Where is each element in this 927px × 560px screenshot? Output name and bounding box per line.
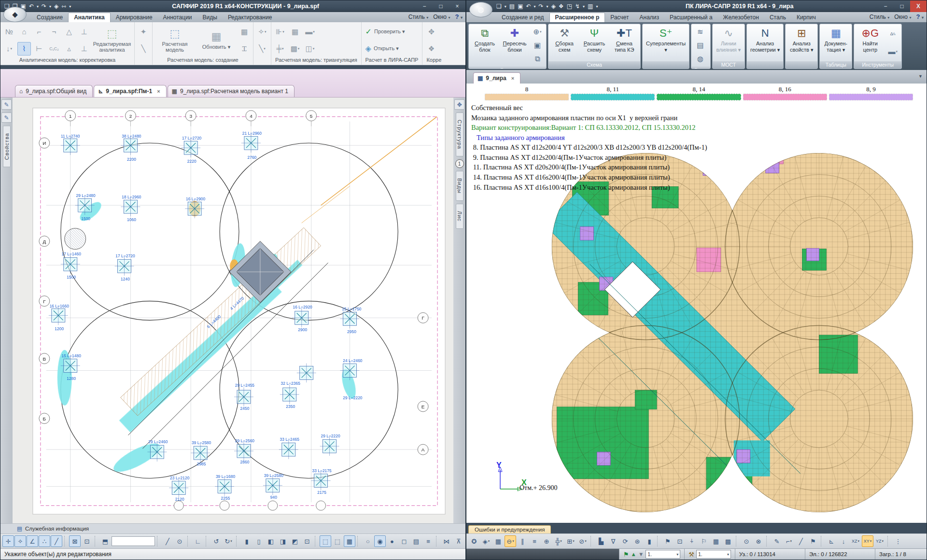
stiffness-icon[interactable]: C₁C₂ [47, 42, 61, 56]
results-icon[interactable]: ▥ [588, 3, 593, 10]
axis-down-icon[interactable]: ↓ [838, 535, 849, 547]
sling-icon[interactable]: △ [62, 25, 76, 39]
plane-yz-dd-icon[interactable]: YZ▾ [874, 535, 885, 547]
tab-Создание[interactable]: Создание [31, 13, 68, 22]
plane-xz-dd-icon[interactable]: XZ▾ [850, 535, 861, 547]
layer-a-icon[interactable]: ⬚ [320, 535, 331, 547]
ortho-icon[interactable]: ∟ [192, 535, 204, 547]
sapfir-app-logo-icon[interactable]: ◆ [3, 7, 27, 22]
find-center-button[interactable]: ⊕GНайтицентр [856, 25, 884, 60]
close-button[interactable]: × [449, 0, 465, 12]
bulb-on-icon[interactable]: ◉ [374, 535, 386, 547]
lira-app-logo-icon[interactable]: ◍ [469, 2, 492, 17]
draw-circle-icon[interactable]: ⊙ [174, 535, 185, 547]
rotate-view-icon[interactable]: ✥ [454, 99, 464, 110]
erase-dd-icon[interactable]: ⊘▾ [577, 535, 589, 547]
errors-warnings-tab[interactable]: Ошибки и предупреждения [468, 525, 551, 533]
segment-dd-icon[interactable]: ╲▾ [255, 42, 269, 56]
coord-input-field[interactable] [112, 536, 155, 546]
undo-dd-icon[interactable]: ▾ [534, 4, 536, 9]
bulb-off-icon[interactable]: ○ [362, 535, 374, 547]
panel-tab-properties[interactable]: Свойства [3, 126, 11, 167]
bulb-yellow-icon[interactable]: ● [386, 535, 398, 547]
unstitch-scheme-button[interactable]: ΨРасшитьсхему [580, 25, 608, 60]
tab-Создание и ред[interactable]: Создание и ред [496, 13, 549, 22]
flag-frame-icon[interactable]: ⊡ [674, 535, 686, 547]
update-button[interactable]: ▦Обновить ▾ [196, 23, 237, 57]
restore-icon[interactable]: ⊕ [541, 535, 552, 547]
building-icon[interactable]: ⌂ [17, 25, 31, 39]
close-button[interactable]: X [910, 0, 927, 12]
hide-dd-icon[interactable]: ⊖▾ [505, 535, 516, 547]
palette-dd-icon[interactable]: ▬▾ [886, 45, 899, 58]
formwork-plan-drawing[interactable]: 11 L=274038 L=248017 L=272021 L=29602200… [13, 98, 453, 523]
tab-Анализ[interactable]: Анализ [634, 13, 665, 22]
list-icon[interactable]: ≡ [422, 535, 434, 547]
step-up-button[interactable]: ▲ [631, 551, 636, 557]
documentation-button[interactable]: ▦Докумен-тация ▾ [822, 25, 850, 60]
mark-solid-icon[interactable]: ▩ [722, 535, 734, 547]
maximize-button[interactable]: □ [433, 0, 449, 12]
edit-props-icon[interactable]: ✎ [1, 99, 12, 110]
zoom-in-icon[interactable]: ⊙ [741, 535, 752, 547]
diagram-icon[interactable]: ▙ [595, 535, 607, 547]
move-point-icon[interactable]: ❖ [424, 42, 438, 56]
books-icon[interactable]: ❖ [559, 3, 564, 10]
node-icon[interactable]: ✦ [137, 25, 150, 39]
object-light-icon[interactable]: ◻ [398, 535, 410, 547]
tab-Аннотации[interactable]: Аннотации [158, 13, 197, 22]
tab-Кирпич[interactable]: Кирпич [791, 13, 821, 22]
new-file-icon[interactable]: ❏ [496, 3, 502, 10]
save-icon[interactable]: ▣ [518, 3, 523, 10]
qat-more-icon[interactable]: ▾ [69, 4, 71, 9]
more-icon[interactable]: ⋮ [892, 535, 904, 547]
pick-node-icon[interactable]: ✎ [771, 535, 783, 547]
support-blue-icon[interactable]: ⊥ [77, 42, 91, 56]
edit-props2-icon[interactable]: ✎ [1, 112, 12, 123]
support-icon[interactable]: ⊥ [77, 25, 91, 39]
model-icon[interactable]: ◈ [54, 3, 58, 10]
tab-Сталь[interactable]: Сталь [764, 13, 791, 22]
window-menu[interactable]: Окно ▾ [894, 14, 911, 20]
pencil-icon[interactable]: ╱ [795, 535, 807, 547]
editable-analytics-button[interactable]: ⬚Редактируемая аналитика [92, 23, 132, 57]
column-hinge2-icon[interactable]: ¬ [47, 25, 61, 39]
assemble-schemes-button[interactable]: ⚒Сборкасхем [550, 25, 578, 60]
pair-plates-icon[interactable]: ◫▾ [303, 42, 317, 56]
soil-box-icon[interactable]: ▤ [693, 39, 707, 52]
change-fe-type-button[interactable]: ✚TСменатипа КЭ [610, 25, 638, 60]
flag-note-icon[interactable]: ⚑ [807, 535, 819, 547]
snap-node-icon[interactable]: ✧ [14, 535, 26, 547]
superelements-button[interactable]: S⁺Суперэлементы▾ [645, 25, 687, 60]
fragment-icon[interactable]: ✪ [468, 535, 480, 547]
rotate-ucs-x-icon[interactable]: ↺ [211, 535, 222, 547]
move-node-icon[interactable]: ✥ [424, 25, 438, 39]
copy-block-dd-icon[interactable]: ⊕▾ [531, 25, 544, 39]
redo-icon[interactable]: ↷ [42, 3, 46, 10]
undo-icon[interactable]: ↶ [29, 3, 34, 10]
undo-icon[interactable]: ↶ [526, 3, 531, 10]
snap-grid-icon[interactable]: ✛ [2, 535, 14, 547]
tab-Расчет[interactable]: Расчет [605, 13, 634, 22]
beam-section-icon[interactable]: Ɪ [238, 42, 251, 56]
brush-icon[interactable]: ▮ [644, 535, 655, 547]
calc-model-button[interactable]: ⬚Расчетная модель [154, 23, 195, 57]
window-menu[interactable]: Окно ▾ [433, 14, 450, 20]
step-down-button[interactable]: ▼ [638, 551, 644, 557]
rotate-frag-icon[interactable]: ⟳ [619, 535, 631, 547]
panel-tab-Виды[interactable]: Виды [456, 171, 464, 201]
point-dd-icon[interactable]: ✧▾ [255, 25, 269, 39]
pack-icon[interactable]: ◳ [567, 3, 572, 10]
numbering-icon[interactable]: № [2, 25, 16, 39]
close-doc-tab-icon[interactable]: × [157, 88, 160, 94]
build-icon[interactable]: ⚒ [688, 551, 694, 558]
triangulate-icon[interactable]: ▩▾ [288, 42, 302, 56]
tab-Виды[interactable]: Виды [197, 13, 223, 22]
snap-angle-icon[interactable]: ∠ [27, 535, 38, 547]
flag-set-icon[interactable]: ⚐ [698, 535, 710, 547]
doc-tab-9-lira[interactable]: ▦ 9_лира × [473, 72, 520, 84]
flag-red-icon[interactable]: ⚑ [662, 535, 674, 547]
plate-mesh-icon[interactable]: ▬▾ [303, 25, 317, 39]
tab-Армирование[interactable]: Армирование [111, 13, 158, 22]
view-solid-icon[interactable]: ▮ [241, 535, 253, 547]
